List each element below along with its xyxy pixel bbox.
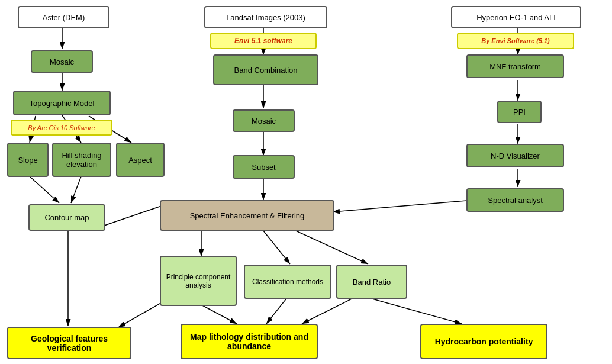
envi-label: Envi 5.1 software: [210, 33, 317, 49]
contour-map: Contour map: [28, 204, 105, 231]
band-combination: Band Combination: [213, 54, 318, 85]
svg-line-20: [302, 298, 354, 324]
spectral-enhancement: Spectral Enhancement & Filtering: [160, 200, 334, 231]
mnf-box: MNF transform: [466, 54, 564, 78]
map-litho-box: Map lithology distribution and abundance: [181, 324, 318, 359]
geo-features-box: Geological features verification: [7, 327, 131, 359]
mosaic-left: Mosaic: [31, 50, 93, 73]
landsat-title: Landsat Images (2003): [204, 6, 327, 28]
pca-box: Principle component analysis: [160, 256, 237, 306]
envi-label2: By Envi Software (5.1): [457, 33, 574, 49]
svg-line-18: [266, 298, 287, 324]
svg-line-7: [71, 176, 81, 203]
svg-line-17: [201, 305, 237, 324]
svg-line-16: [296, 231, 368, 264]
svg-line-19: [368, 298, 462, 324]
hill-shading-box: Hill shading elevation: [52, 143, 111, 177]
topo-model: Topographic Model: [13, 91, 111, 115]
subset-box: Subset: [233, 155, 295, 179]
hydrocarbon-box: Hydrocarbon potentiality: [420, 324, 547, 359]
svg-line-15: [263, 231, 290, 264]
band-ratio-box: Band Ratio: [336, 265, 407, 299]
spectral-analyst-box: Spectral analyst: [466, 188, 564, 212]
ppi-box: PPI: [497, 101, 542, 123]
svg-line-6: [30, 176, 59, 203]
svg-line-25: [333, 200, 474, 212]
slope-box: Slope: [7, 143, 49, 177]
arc-gis-label: By Arc Gis 10 Software: [11, 120, 112, 136]
diagram: Aster (DEM) Mosaic Topographic Model By …: [0, 0, 612, 364]
hyperion-title: Hyperion EO-1 and ALI: [451, 6, 581, 28]
aster-title: Aster (DEM): [18, 6, 109, 28]
nd-visualizer-box: N-D Visualizer: [466, 144, 564, 167]
aspect-box: Aspect: [116, 143, 165, 177]
classification-box: Classification methods: [244, 265, 331, 299]
mosaic-mid: Mosaic: [233, 109, 295, 132]
